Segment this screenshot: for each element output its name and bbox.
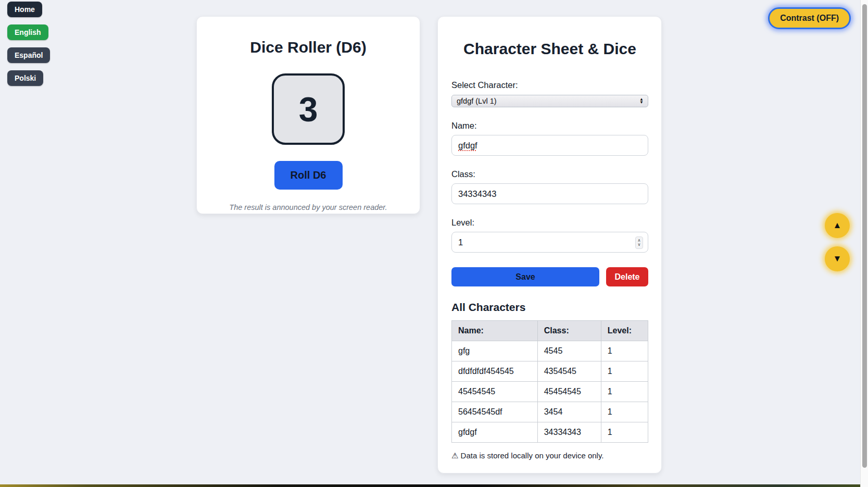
die-result-value: 3	[299, 90, 318, 129]
table-row: 45454545 45454545 1	[452, 382, 648, 402]
home-button[interactable]: Home	[7, 2, 42, 17]
cell-level: 1	[601, 382, 648, 402]
save-button[interactable]: Save	[451, 267, 599, 286]
scroll-down-button[interactable]: ▼	[825, 246, 850, 271]
name-input-value: gfdgf	[458, 141, 477, 151]
die-face: 3	[272, 73, 345, 145]
name-input[interactable]: gfdgf	[451, 135, 648, 156]
column-header-level: Level:	[601, 321, 648, 341]
screen-reader-caption: The result is announced by your screen r…	[197, 203, 420, 211]
level-label: Level:	[451, 218, 648, 228]
all-characters-title: All Characters	[451, 301, 648, 314]
cell-name: gfg	[452, 341, 538, 361]
cell-level: 1	[601, 361, 648, 382]
column-header-name: Name:	[452, 321, 538, 341]
column-header-class: Class:	[537, 321, 601, 341]
language-button-polski[interactable]: Polski	[7, 70, 43, 86]
roll-d6-button[interactable]: Roll D6	[274, 161, 343, 190]
table-row: dfdfdfdf454545 4354545 1	[452, 361, 648, 382]
table-row: gfg 4545 1	[452, 341, 648, 361]
cell-name: 45454545	[452, 382, 538, 402]
table-header-row: Name: Class: Level:	[452, 321, 648, 341]
form-actions: Save Delete	[451, 267, 648, 286]
local-storage-warning: ⚠ Data is stored locally on your device …	[451, 451, 648, 460]
cell-level: 1	[601, 422, 648, 443]
cell-class: 34334343	[537, 422, 601, 443]
scrollbar-thumb[interactable]	[862, 4, 867, 468]
character-select[interactable]: gfdgf (Lvl 1) ▲▼	[451, 95, 648, 107]
dice-roller-title: Dice Roller (D6)	[197, 39, 420, 56]
characters-table: Name: Class: Level: gfg 4545 1 dfdfdfdf4…	[451, 320, 648, 443]
character-sheet-card: Character Sheet & Dice Select Character:…	[437, 16, 662, 473]
scrollbar-track[interactable]	[860, 0, 868, 487]
table-row: 56454545df 3454 1	[452, 402, 648, 422]
name-label: Name:	[451, 121, 648, 131]
characters-table-body: gfg 4545 1 dfdfdfdf454545 4354545 1 4545…	[452, 341, 648, 443]
stepper-down-icon: ∨	[638, 243, 641, 247]
cell-name: 56454545df	[452, 402, 538, 422]
language-button-espanol[interactable]: Español	[7, 47, 50, 63]
main-nav: Home English Español Polski	[7, 2, 50, 86]
level-input[interactable]: 1 ∧ ∨	[451, 232, 648, 253]
level-input-value: 1	[458, 238, 463, 247]
arrow-up-icon: ▲	[833, 220, 842, 231]
cell-class: 4545	[537, 341, 601, 361]
delete-button[interactable]: Delete	[606, 267, 648, 286]
cell-level: 1	[601, 341, 648, 361]
cell-level: 1	[601, 402, 648, 422]
character-select-value: gfdgf (Lvl 1)	[457, 97, 639, 105]
select-updown-icon: ▲▼	[639, 98, 645, 104]
table-row: gfdgf 34334343 1	[452, 422, 648, 443]
character-sheet-title: Character Sheet & Dice	[451, 40, 648, 58]
cell-name: dfdfdfdf454545	[452, 361, 538, 382]
cell-class: 4354545	[537, 361, 601, 382]
class-input[interactable]: 34334343	[451, 183, 648, 204]
contrast-toggle-button[interactable]: Contrast (OFF)	[768, 7, 851, 29]
cell-class: 3454	[537, 402, 601, 422]
scroll-up-button[interactable]: ▲	[825, 213, 850, 238]
language-button-english[interactable]: English	[7, 24, 48, 40]
window-bottom-edge	[0, 484, 868, 487]
class-input-value: 34334343	[458, 189, 496, 199]
select-character-label: Select Character:	[451, 80, 648, 90]
dice-roller-card: Dice Roller (D6) 3 Roll D6 The result is…	[196, 16, 420, 214]
arrow-down-icon: ▼	[833, 254, 842, 264]
cell-class: 45454545	[537, 382, 601, 402]
class-label: Class:	[451, 169, 648, 179]
level-stepper[interactable]: ∧ ∨	[635, 236, 643, 249]
cell-name: gfdgf	[452, 422, 538, 443]
